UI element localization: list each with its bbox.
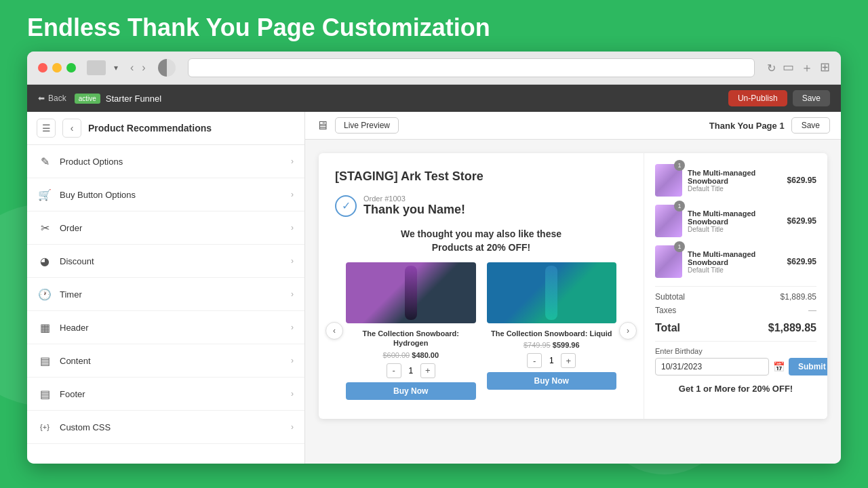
- item-price-3: $629.95: [787, 257, 816, 266]
- item-name-1: The Multi-managed Snowboard: [688, 169, 782, 185]
- unpublish-button[interactable]: Un-Publish: [728, 90, 787, 106]
- timer-icon: 🕐: [38, 287, 52, 301]
- page-headline: Endless Thank You Page Customization: [0, 0, 868, 52]
- header-actions: Un-Publish Save: [728, 90, 830, 106]
- browser-back-button[interactable]: ‹: [127, 62, 136, 74]
- chevron-icon: ›: [291, 422, 294, 432]
- browser-forward-button[interactable]: ›: [139, 62, 148, 74]
- carousel-next-button[interactable]: ›: [619, 322, 637, 340]
- qty-decrement-2[interactable]: -: [527, 353, 542, 368]
- device-icon[interactable]: 🖥: [316, 119, 328, 133]
- item-qty-badge-2: 1: [674, 201, 685, 211]
- products-row: The Collection Snowboard: Hydrogen $600.…: [346, 262, 616, 400]
- taxes-label: Taxes: [655, 306, 676, 315]
- original-price-2: $749.95: [524, 341, 551, 349]
- panel-title: Product Recommendations: [88, 123, 212, 134]
- subtotal-label: Subtotal: [655, 292, 685, 302]
- buy-button-icon: 🛒: [38, 188, 52, 201]
- live-preview-button[interactable]: Live Preview: [335, 117, 399, 134]
- order-item-2: 1 The Multi-managed Snowboard Default Ti…: [655, 205, 816, 237]
- back-icon: ⬅: [38, 94, 45, 103]
- carousel-prev-button[interactable]: ‹: [326, 322, 343, 340]
- calendar-icon[interactable]: 📅: [773, 361, 785, 372]
- item-variant-3: Default Title: [688, 266, 782, 274]
- qty-value-1: 1: [406, 366, 416, 375]
- maximize-dot[interactable]: [66, 63, 76, 73]
- product-card-2: The Collection Snowboard: Liquid $749.95…: [487, 262, 617, 390]
- chevron-icon: ›: [291, 389, 294, 399]
- qty-row-1: - 1 +: [346, 363, 476, 378]
- item-price-1: $629.95: [787, 176, 816, 185]
- chevron-icon: ›: [291, 190, 294, 199]
- submit-button[interactable]: Submit: [789, 358, 827, 375]
- birthday-label: Enter Birthday: [655, 347, 816, 355]
- menu-item-discount[interactable]: ◕ Discount ›: [27, 245, 304, 278]
- menu-item-footer[interactable]: ▤ Footer ›: [27, 378, 304, 411]
- total-row: Total $1,889.85: [655, 322, 816, 334]
- theme-toggle[interactable]: [158, 59, 176, 77]
- menu-item-product-options[interactable]: ✎ Product Options ›: [27, 145, 304, 178]
- upsell-text: We thought you may also like theseProduc…: [335, 228, 627, 254]
- menu-label-header: Header: [60, 323, 283, 333]
- product-image-1: [346, 262, 476, 323]
- product-title-2: The Collection Snowboard: Liquid: [487, 329, 617, 338]
- menu-item-content[interactable]: ▤ Content ›: [27, 344, 304, 378]
- total-value: $1,889.85: [768, 322, 816, 334]
- panel-collapse-button[interactable]: ☰: [37, 119, 56, 138]
- summary-divider: [655, 286, 816, 287]
- discount-promo-text: Get 1 or More for 20% OFF!: [655, 384, 816, 394]
- preview-page-title: Thank You Page 1: [709, 121, 785, 131]
- item-info-3: The Multi-managed Snowboard Default Titl…: [688, 250, 782, 274]
- back-button[interactable]: ⬅ Back: [38, 94, 66, 103]
- birthday-input[interactable]: [655, 358, 769, 375]
- item-info-2: The Multi-managed Snowboard Default Titl…: [688, 209, 782, 233]
- menu-label-content: Content: [60, 356, 283, 366]
- close-dot[interactable]: [38, 63, 47, 73]
- buy-now-button-2[interactable]: Buy Now: [487, 372, 617, 390]
- menu-item-buy-button-options[interactable]: 🛒 Buy Button Options ›: [27, 178, 304, 211]
- split-view-icon[interactable]: ▭: [783, 60, 794, 76]
- discount-icon: ◕: [38, 254, 52, 268]
- preview-main: [STAGING] Ark Test Store ✓ Order #1003 T…: [319, 153, 644, 419]
- save-button[interactable]: Save: [793, 90, 830, 106]
- header-icon: ▦: [38, 321, 52, 334]
- total-label: Total: [655, 322, 680, 334]
- menu-item-header[interactable]: ▦ Header ›: [27, 311, 304, 344]
- address-bar[interactable]: [188, 58, 755, 77]
- reload-icon[interactable]: ↻: [767, 62, 776, 75]
- order-item-3: 1 The Multi-managed Snowboard Default Ti…: [655, 245, 816, 278]
- menu-item-order[interactable]: ✂ Order ›: [27, 211, 304, 245]
- buy-now-button-1[interactable]: Buy Now: [346, 382, 476, 400]
- thank-you-message: Thank you Name!: [363, 203, 465, 217]
- chevron-icon: ›: [291, 323, 294, 332]
- qty-decrement-1[interactable]: -: [387, 363, 401, 378]
- browser-actions: ▭ ＋ ⊞: [783, 60, 830, 76]
- menu-label-discount: Discount: [60, 256, 283, 266]
- item-qty-badge-1: 1: [674, 160, 685, 171]
- chevron-icon: ›: [291, 356, 294, 365]
- content-icon: ▤: [38, 354, 52, 367]
- order-item-1: 1 The Multi-managed Snowboard Default Ti…: [655, 164, 816, 197]
- qty-increment-1[interactable]: +: [420, 363, 435, 378]
- minimize-dot[interactable]: [52, 63, 62, 73]
- menu-item-timer[interactable]: 🕐 Timer ›: [27, 278, 304, 311]
- menu-item-custom-css[interactable]: {+} Custom CSS ›: [27, 411, 304, 444]
- chevron-icon: ›: [291, 256, 294, 266]
- preview-toolbar: 🖥 Live Preview Thank You Page 1 Save: [305, 112, 841, 140]
- new-tab-icon[interactable]: ＋: [801, 60, 813, 76]
- browser-traffic-lights: [38, 63, 76, 73]
- taxes-row: Taxes —: [655, 306, 816, 315]
- preview-wrapper: 🖥 Live Preview Thank You Page 1 Save [ST…: [305, 112, 841, 464]
- footer-icon: ▤: [38, 387, 52, 401]
- tab-dropdown-icon[interactable]: ▾: [114, 63, 118, 73]
- menu-label-order: Order: [60, 223, 283, 233]
- product-image-2: [487, 262, 617, 323]
- save-preview-button[interactable]: Save: [791, 117, 830, 134]
- panel-back-button[interactable]: ‹: [62, 119, 81, 138]
- snowboard-visual-1: [346, 262, 476, 323]
- product-prices-1: $600.00 $480.00: [346, 351, 476, 359]
- grid-view-icon[interactable]: ⊞: [820, 60, 830, 76]
- product-options-icon: ✎: [38, 155, 52, 168]
- qty-row-2: - 1 +: [487, 353, 617, 368]
- qty-increment-2[interactable]: +: [561, 353, 576, 368]
